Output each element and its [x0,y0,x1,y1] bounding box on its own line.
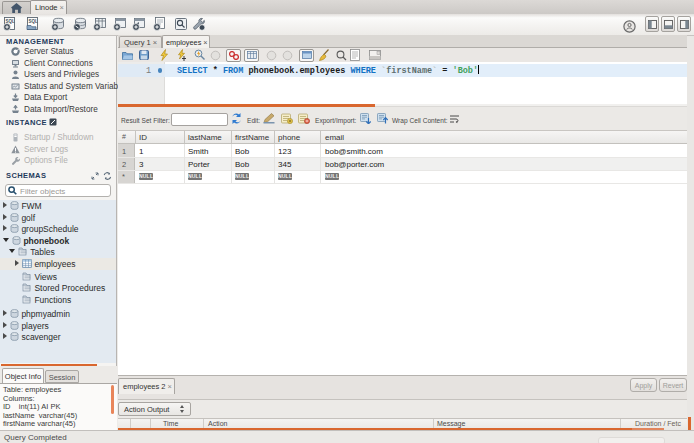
svg-text:SQL: SQL [6,19,16,24]
svg-text:SQL: SQL [29,19,39,24]
